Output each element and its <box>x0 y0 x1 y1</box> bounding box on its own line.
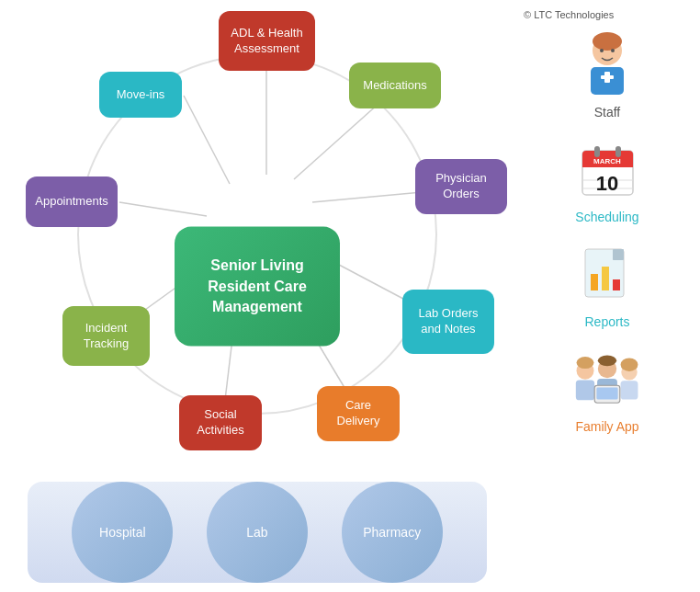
svg-point-14 <box>611 49 615 52</box>
scheduling-label: Scheduling <box>575 210 638 224</box>
reports-icon <box>578 245 638 304</box>
svg-rect-16 <box>601 75 614 79</box>
diagram-area: Senior Living Resident Care Management A… <box>0 0 514 592</box>
reports-label: Reports <box>584 314 629 329</box>
svg-point-33 <box>577 357 594 369</box>
svg-line-8 <box>119 202 207 216</box>
medications-node[interactable]: Medications <box>349 63 441 108</box>
svg-rect-30 <box>602 267 609 290</box>
integration-bar: Hospital Lab Pharmacy <box>28 482 487 583</box>
sidebar: © LTC Technologies Staff <box>514 0 700 592</box>
svg-point-12 <box>593 32 622 51</box>
reports-icon-area <box>570 237 644 311</box>
center-line3: Management <box>212 299 302 314</box>
lab-node[interactable]: Lab <box>207 482 308 583</box>
incident-tracking-node[interactable]: Incident Tracking <box>62 306 150 366</box>
scheduling-item[interactable]: MARCH 10 Scheduling <box>570 132 644 224</box>
care-delivery-node[interactable]: Care Delivery <box>317 386 400 441</box>
scheduling-icon: MARCH 10 <box>578 140 638 199</box>
svg-rect-20 <box>594 146 600 157</box>
svg-rect-29 <box>591 274 598 290</box>
svg-rect-28 <box>613 249 624 260</box>
physician-orders-node[interactable]: Physician Orders <box>415 159 507 214</box>
staff-label: Staff <box>594 105 621 120</box>
staff-icon <box>580 30 635 99</box>
move-ins-node[interactable]: Move-ins <box>99 72 182 118</box>
scheduling-icon-area: MARCH 10 <box>570 132 644 206</box>
svg-rect-42 <box>596 387 617 399</box>
center-node: Senior Living Resident Care Management <box>175 227 340 347</box>
center-line1: Senior Living <box>210 257 303 273</box>
family-app-icon <box>570 342 644 416</box>
svg-rect-40 <box>621 381 638 399</box>
family-app-item[interactable]: Family App <box>570 342 644 434</box>
staff-item[interactable]: Staff <box>570 28 644 120</box>
svg-line-9 <box>184 96 230 184</box>
reports-item[interactable]: Reports <box>570 237 644 329</box>
appointments-node[interactable]: Appointments <box>26 176 118 227</box>
family-app-icon-area <box>570 342 644 416</box>
copyright: © LTC Technologies <box>524 9 614 20</box>
svg-point-13 <box>600 49 604 52</box>
svg-point-39 <box>621 358 638 371</box>
family-app-label: Family App <box>575 419 638 434</box>
staff-icon-area <box>570 28 644 101</box>
adl-node[interactable]: ADL & Health Assessment <box>219 11 315 71</box>
social-activities-node[interactable]: Social Activities <box>179 395 262 450</box>
svg-rect-34 <box>576 380 594 400</box>
pharmacy-node[interactable]: Pharmacy <box>342 482 443 583</box>
hospital-node[interactable]: Hospital <box>72 482 173 583</box>
svg-rect-31 <box>613 279 620 290</box>
svg-text:10: 10 <box>595 172 617 195</box>
center-line2: Resident Care <box>208 278 307 293</box>
lab-orders-node[interactable]: Lab Orders and Notes <box>402 290 494 354</box>
svg-point-36 <box>598 356 616 367</box>
svg-rect-21 <box>615 146 621 157</box>
svg-text:MARCH: MARCH <box>593 157 621 165</box>
